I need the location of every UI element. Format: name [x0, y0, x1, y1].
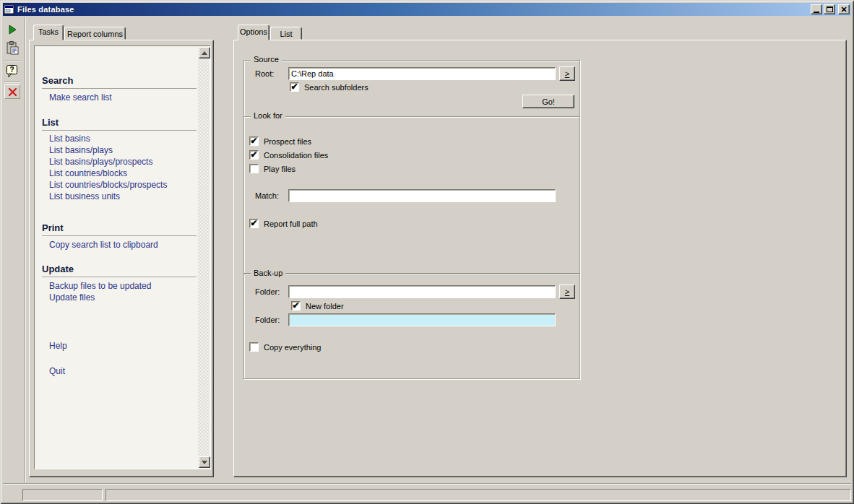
statusbar-cell-2	[105, 489, 851, 501]
exit-icon	[8, 87, 17, 97]
paste-button[interactable]	[4, 40, 20, 55]
look-for-groupbox-title: Look for	[251, 111, 285, 120]
browse-root-button[interactable]: >	[559, 66, 575, 81]
statusbar-cell-1	[22, 489, 103, 501]
match-label: Match:	[255, 191, 279, 200]
section-rule	[42, 88, 197, 89]
toolbar-separator	[4, 82, 20, 83]
task-quit[interactable]: Quit	[49, 366, 65, 376]
root-input[interactable]	[288, 67, 556, 80]
tab-list[interactable]: List	[270, 27, 302, 40]
tab-report-columns-label: Report columns	[67, 30, 123, 38]
report-full-path-checkbox[interactable]: ✔	[249, 219, 259, 228]
tab-report-columns[interactable]: Report columns	[64, 27, 126, 40]
maximize-button[interactable]	[824, 4, 835, 14]
go-button-label: Go!	[542, 97, 555, 106]
app-window: Files database ✕ ? Tasks	[0, 0, 854, 504]
section-heading-update: Update	[42, 264, 74, 274]
browse-backup-label: >	[565, 287, 569, 296]
run-icon	[7, 25, 17, 35]
scroll-down-button[interactable]	[199, 456, 210, 468]
task-list-business-units[interactable]: List business units	[49, 191, 120, 201]
exit-button[interactable]	[4, 84, 20, 99]
backup-folder-label: Folder:	[255, 287, 280, 296]
arrow-down-icon	[202, 461, 207, 464]
task-update-files[interactable]: Update files	[49, 292, 95, 303]
section-heading-search: Search	[42, 75, 73, 86]
paste-icon	[7, 41, 19, 55]
minimize-icon	[814, 12, 819, 13]
new-folder-checkbox[interactable]: ✔	[291, 301, 301, 310]
close-button[interactable]: ✕	[838, 4, 850, 14]
root-label: Root:	[255, 69, 274, 78]
browse-backup-button[interactable]: >	[559, 284, 575, 299]
browse-root-label: >	[565, 69, 569, 78]
section-heading-list: List	[42, 117, 59, 128]
task-help[interactable]: Help	[49, 341, 67, 351]
tab-tasks-label: Tasks	[38, 27, 59, 36]
tab-tasks[interactable]: Tasks	[33, 25, 64, 40]
toolbar-divider	[25, 17, 26, 482]
copy-everything-checkbox[interactable]	[249, 342, 259, 352]
task-list-basins[interactable]: List basins	[49, 134, 90, 144]
report-full-path-label[interactable]: Report full path	[264, 220, 318, 228]
tasks-scrollbar[interactable]	[198, 47, 210, 468]
backup-folder-input[interactable]	[288, 285, 556, 298]
new-folder-name-label: Folder:	[255, 316, 280, 324]
copy-everything-label[interactable]: Copy everything	[264, 343, 322, 352]
tab-list-label: List	[280, 30, 292, 38]
maximize-icon	[827, 6, 833, 12]
source-groupbox-title: Source	[251, 55, 282, 64]
help-button[interactable]: ?	[4, 64, 20, 78]
toolbar-separator	[4, 61, 20, 62]
app-icon	[4, 5, 14, 14]
statusbar-divider	[3, 483, 851, 485]
prospect-files-label[interactable]: Prospect files	[264, 137, 311, 146]
svg-text:?: ?	[9, 66, 14, 74]
section-heading-print: Print	[42, 222, 64, 233]
go-button[interactable]: Go!	[522, 95, 574, 108]
window-title: Files database	[17, 5, 809, 14]
consolidation-files-checkbox[interactable]: ✔	[249, 150, 259, 160]
backup-groupbox-title: Back-up	[251, 269, 285, 277]
new-folder-label[interactable]: New folder	[306, 302, 344, 310]
section-rule	[42, 235, 197, 236]
help-icon: ?	[6, 64, 19, 78]
run-button[interactable]	[4, 22, 20, 37]
match-input[interactable]	[288, 189, 556, 202]
titlebar: Files database ✕	[3, 3, 851, 16]
new-folder-name-input[interactable]	[288, 313, 556, 326]
tasks-tabpage: Search Make search list List List basins…	[29, 40, 214, 477]
consolidation-files-label[interactable]: Consolidation files	[264, 151, 328, 160]
minimize-button[interactable]	[811, 4, 822, 14]
search-subfolders-label[interactable]: Search subfolders	[304, 83, 368, 92]
tab-options-label: Options	[240, 27, 267, 36]
tab-options[interactable]: Options	[238, 25, 269, 40]
play-files-label[interactable]: Play files	[264, 165, 296, 173]
section-rule	[42, 277, 197, 277]
prospect-files-checkbox[interactable]: ✔	[249, 136, 259, 146]
close-icon: ✕	[840, 6, 847, 13]
task-list-countries-blocks-prospects[interactable]: List countries/blocks/prospects	[49, 180, 167, 190]
search-subfolders-checkbox[interactable]: ✔	[290, 82, 299, 92]
scroll-up-button[interactable]	[199, 47, 210, 58]
task-make-search-list[interactable]: Make search list	[49, 92, 112, 103]
arrow-up-icon	[202, 51, 207, 55]
options-tabpage: Source Root: > ✔ Search subfolders Go! L…	[233, 40, 847, 477]
task-backup-files[interactable]: Backup files to be updated	[49, 281, 151, 291]
task-list-basins-plays[interactable]: List basins/plays	[49, 145, 113, 155]
tasks-panel: Search Make search list List List basins…	[34, 45, 211, 469]
play-files-checkbox[interactable]	[249, 164, 259, 173]
task-list-basins-plays-prospects[interactable]: List basins/plays/prospects	[49, 157, 152, 167]
task-list-countries-blocks[interactable]: List countries/blocks	[49, 168, 127, 178]
task-copy-search-list[interactable]: Copy search list to clipboard	[49, 240, 158, 250]
section-rule	[42, 130, 197, 131]
